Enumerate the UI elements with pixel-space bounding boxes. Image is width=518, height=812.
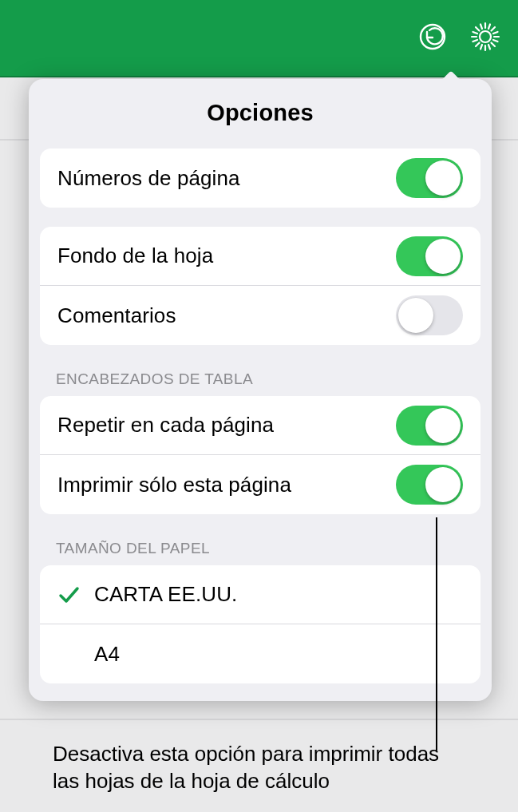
paper-size-label: A4 — [93, 642, 463, 667]
toggle-page-numbers[interactable] — [396, 158, 463, 198]
section-header-paper-size: TAMAÑO DEL PAPEL — [29, 533, 492, 565]
svg-point-1 — [480, 31, 491, 42]
top-toolbar — [0, 0, 518, 77]
section-header-table-headers: ENCABEZADOS DE TABLA — [29, 364, 492, 396]
undo-button[interactable] — [414, 20, 451, 57]
svg-line-11 — [488, 45, 490, 50]
svg-line-14 — [473, 32, 478, 34]
option-label: Repetir en cada página — [57, 413, 396, 438]
option-row-repeat-each-page: Repetir en cada página — [40, 396, 480, 455]
toggle-comments[interactable] — [396, 295, 463, 335]
option-group: Fondo de la hoja Comentarios — [40, 227, 480, 345]
paper-size-option-a4[interactable]: A4 — [40, 624, 480, 683]
paper-size-group: CARTA EE.UU. A4 — [40, 565, 480, 683]
option-row-page-numbers: Números de página — [40, 149, 480, 208]
checkmark-icon — [57, 584, 93, 606]
svg-line-10 — [480, 24, 482, 29]
svg-line-9 — [492, 27, 496, 31]
svg-line-7 — [492, 42, 496, 46]
callout-leader-line — [436, 517, 437, 751]
undo-icon — [417, 21, 449, 56]
paper-size-option-us-letter[interactable]: CARTA EE.UU. — [40, 565, 480, 624]
svg-line-16 — [480, 45, 482, 50]
popover-title: Opciones — [29, 79, 492, 149]
background-line — [0, 719, 518, 720]
svg-line-15 — [493, 40, 498, 42]
svg-line-6 — [476, 27, 480, 31]
option-row-comments: Comentarios — [40, 286, 480, 345]
svg-line-17 — [488, 24, 490, 29]
svg-line-8 — [476, 42, 480, 46]
paper-size-label: CARTA EE.UU. — [93, 582, 463, 607]
popover-body: Opciones Números de página Fondo de la h… — [29, 79, 492, 701]
toggle-repeat-each-page[interactable] — [396, 406, 463, 446]
gear-icon — [469, 21, 501, 56]
callout-text: Desactiva esta opción para imprimir toda… — [53, 741, 468, 795]
toggle-sheet-background[interactable] — [396, 236, 463, 276]
screen: Opciones Números de página Fondo de la h… — [0, 0, 518, 812]
toggle-print-only-this-page[interactable] — [396, 465, 463, 505]
option-row-print-only-this-page: Imprimir sólo esta página — [40, 455, 480, 514]
settings-button[interactable] — [467, 20, 504, 57]
options-popover: Opciones Números de página Fondo de la h… — [29, 79, 492, 701]
option-row-sheet-background: Fondo de la hoja — [40, 227, 480, 286]
option-label: Comentarios — [57, 303, 396, 328]
option-label: Fondo de la hoja — [57, 244, 396, 268]
option-label: Números de página — [57, 166, 396, 191]
option-group: Números de página — [40, 149, 480, 208]
svg-line-12 — [473, 40, 478, 42]
option-label: Imprimir sólo esta página — [57, 473, 396, 497]
popover-arrow — [441, 71, 461, 82]
option-group: Repetir en cada página Imprimir sólo est… — [40, 396, 480, 514]
svg-line-13 — [493, 32, 498, 34]
